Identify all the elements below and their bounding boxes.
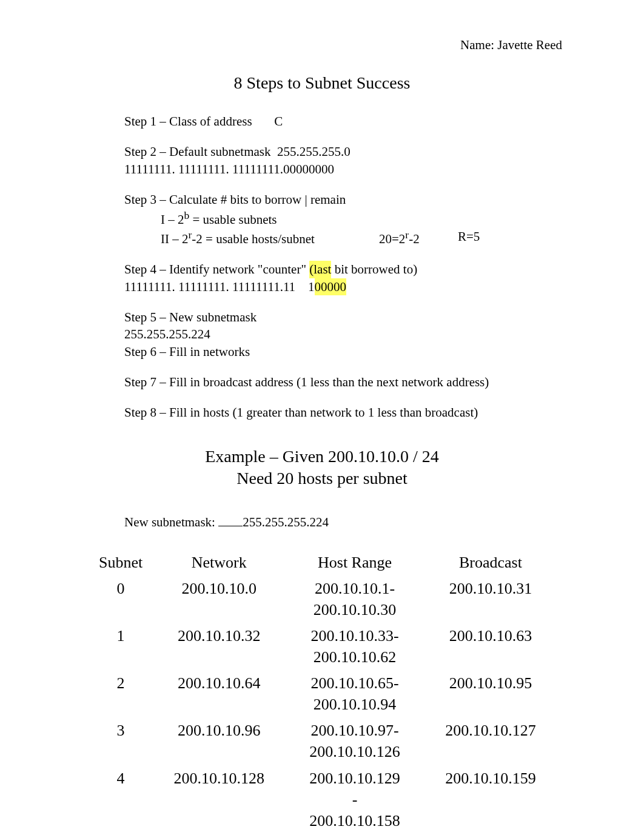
cell-network: 200.10.10.128	[153, 765, 284, 834]
step4-binary-b: 1	[308, 280, 315, 294]
host-a: 200.10.10.65-	[289, 672, 420, 694]
step-5-6: Step 5 – New subnetmask 255.255.255.224 …	[124, 309, 550, 360]
host-b: 200.10.10.94	[289, 694, 420, 715]
table-row: 0 200.10.10.0 200.10.10.1- 200.10.10.30 …	[88, 575, 556, 623]
step6-label: Step 6 – Fill in networks	[124, 343, 550, 360]
host-b: 200.10.10.158	[289, 810, 420, 831]
cell-broadcast: 200.10.10.127	[425, 717, 556, 765]
step2-binary: 11111111. 11111111. 11111111.00000000	[124, 161, 550, 178]
th-subnet: Subnet	[88, 549, 153, 575]
step3-line-i-b: = usable subnets	[189, 212, 277, 227]
step4-highlight-label: (last	[309, 261, 331, 278]
new-mask-value: 255.255.255.224	[243, 515, 329, 529]
step3-label: Step 3 – Calculate # bits to borrow | re…	[124, 191, 550, 208]
host-b: 200.10.10.62	[289, 646, 420, 668]
step7-label: Step 7 – Fill in broadcast address (1 le…	[124, 374, 550, 391]
cell-subnet: 4	[88, 765, 153, 834]
host-a: 200.10.10.129	[289, 768, 420, 789]
cell-host: 200.10.10.33- 200.10.10.62	[284, 623, 425, 670]
new-mask-label: New subnetmask:	[124, 515, 218, 529]
page-title: 8 Steps to Subnet Success	[70, 72, 574, 95]
step2-label: Step 2 – Default subnetmask	[124, 144, 270, 159]
name-line: Name: Javette Reed	[70, 36, 574, 53]
step3-line-ii-b: -2 = usable hosts/subnet	[192, 232, 315, 246]
cell-broadcast: 200.10.10.159	[425, 765, 556, 834]
table-header-row: Subnet Network Host Range Broadcast	[88, 549, 556, 575]
new-subnetmask-line: New subnetmask: 255.255.255.224	[70, 514, 574, 531]
steps-section: Step 1 – Class of address C Step 2 – Def…	[70, 113, 574, 421]
step-7: Step 7 – Fill in broadcast address (1 le…	[124, 374, 550, 391]
step4-binary-a: 11111111. 11111111. 11111111.11	[124, 280, 295, 294]
table-row: 3 200.10.10.96 200.10.10.97- 200.10.10.1…	[88, 717, 556, 765]
cell-broadcast: 200.10.10.31	[425, 575, 556, 623]
host-a: 200.10.10.1-	[289, 578, 420, 599]
cell-broadcast: 200.10.10.63	[425, 623, 556, 670]
table-row: 1 200.10.10.32 200.10.10.33- 200.10.10.6…	[88, 623, 556, 670]
table-row: 2 200.10.10.64 200.10.10.65- 200.10.10.9…	[88, 670, 556, 717]
host-dash: -	[289, 789, 420, 810]
cell-network: 200.10.10.32	[153, 623, 284, 670]
example-title: Example – Given 200.10.10.0 / 24 Need 20…	[70, 446, 574, 490]
step1-value: C	[274, 114, 283, 129]
host-b: 200.10.10.126	[289, 741, 420, 762]
th-network: Network	[153, 549, 284, 575]
th-broadcast: Broadcast	[425, 549, 556, 575]
cell-host: 200.10.10.1- 200.10.10.30	[284, 575, 425, 623]
cell-host: 200.10.10.97- 200.10.10.126	[284, 717, 425, 765]
table-row: 4 200.10.10.128 200.10.10.129 - 200.10.1…	[88, 765, 556, 834]
subnet-table: Subnet Network Host Range Broadcast 0 20…	[88, 549, 556, 834]
host-a: 200.10.10.33-	[289, 625, 420, 646]
example-line2: Need 20 hosts per subnet	[70, 468, 574, 489]
step5-label: Step 5 – New subnetmask	[124, 309, 550, 326]
cell-host: 200.10.10.129 - 200.10.10.158	[284, 765, 425, 834]
th-host: Host Range	[284, 549, 425, 575]
step2-mask: 255.255.255.0	[277, 144, 351, 159]
step-8: Step 8 – Fill in hosts (1 greater than n…	[124, 404, 550, 421]
host-b: 200.10.10.30	[289, 599, 420, 620]
cell-network: 200.10.10.96	[153, 717, 284, 765]
step-4: Step 4 – Identify network "counter" (las…	[124, 261, 550, 295]
underline	[218, 526, 243, 526]
step-3: Step 3 – Calculate # bits to borrow | re…	[124, 191, 550, 247]
cell-subnet: 3	[88, 717, 153, 765]
step-1: Step 1 – Class of address C	[124, 113, 550, 130]
subnet-table-wrap: Subnet Network Host Range Broadcast 0 20…	[70, 549, 574, 834]
step3-calc-b: R=5	[458, 228, 506, 247]
example-line1: Example – Given 200.10.10.0 / 24	[70, 446, 574, 468]
step8-label: Step 8 – Fill in hosts (1 greater than n…	[124, 404, 550, 421]
host-a: 200.10.10.97-	[289, 720, 420, 741]
cell-broadcast: 200.10.10.95	[425, 670, 556, 717]
step5-mask: 255.255.255.224	[124, 326, 550, 343]
step4-label-a: Step 4 – Identify network "counter"	[124, 262, 309, 277]
cell-network: 200.10.10.0	[153, 575, 284, 623]
step3-calc-a1: 20=2	[379, 232, 405, 246]
name-value: Javette Reed	[497, 38, 562, 52]
step3-calc-a2: -2	[409, 232, 420, 246]
step4-highlight-binary: 00000	[315, 278, 347, 295]
name-label: Name:	[460, 38, 494, 52]
step3-line-i-exp: b	[184, 209, 190, 221]
step3-line-i-a: I – 2	[161, 212, 184, 227]
step-2: Step 2 – Default subnetmask 255.255.255.…	[124, 143, 550, 178]
cell-subnet: 2	[88, 670, 153, 717]
cell-subnet: 1	[88, 623, 153, 670]
cell-network: 200.10.10.64	[153, 670, 284, 717]
step3-line-ii-a: II – 2	[161, 232, 189, 246]
step4-label-c: bit borrowed to)	[331, 262, 417, 277]
cell-subnet: 0	[88, 575, 153, 623]
cell-host: 200.10.10.65- 200.10.10.94	[284, 670, 425, 717]
step1-label: Step 1 – Class of address	[124, 114, 252, 129]
